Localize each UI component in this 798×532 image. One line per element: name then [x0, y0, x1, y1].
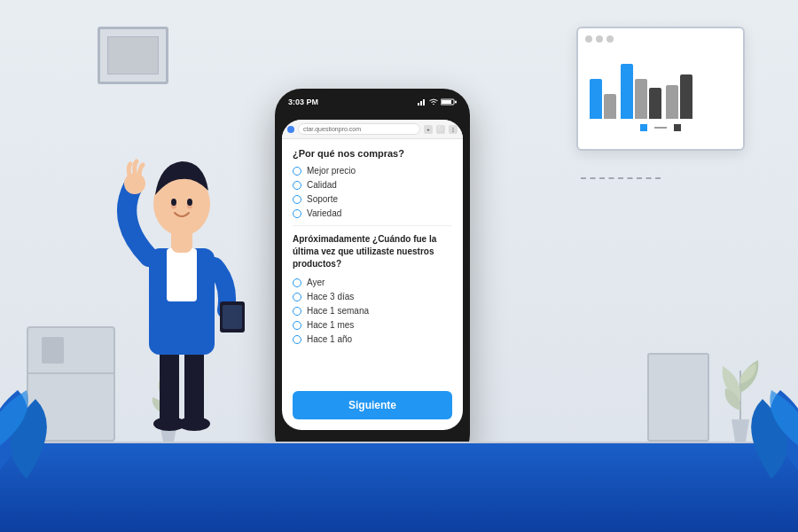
survey-option-2-1[interactable]: Ayer [293, 278, 452, 287]
legend-item-dark [674, 124, 681, 131]
browser-tabs-btn[interactable]: ⬜ [436, 125, 445, 134]
phone-screen: ctar.questionpro.com + ⬜ ⋮ ¿Por qué nos … [282, 120, 463, 430]
survey-option-2-2[interactable]: Hace 3 días [293, 292, 452, 301]
bar-group-2 [621, 64, 661, 119]
legend-line-gray [654, 127, 667, 129]
signal-icon [418, 98, 426, 106]
survey-content: ¿Por qué nos compras? Mejor precio Calid… [282, 139, 463, 427]
cabinet-right [647, 353, 709, 442]
person-figure [89, 106, 266, 443]
option-label-1-1: Mejor precio [307, 166, 356, 176]
option-label-2-1: Ayer [307, 278, 325, 287]
phone-status-bar: 3:03 PM [288, 98, 457, 106]
cabinet-item [42, 337, 64, 364]
leaf-bottom-left [0, 372, 98, 479]
bar-3b [680, 74, 692, 119]
radio-option-1-3[interactable] [293, 195, 301, 204]
chart-titlebar [585, 35, 736, 43]
svg-rect-17 [418, 103, 419, 106]
svg-rect-3 [184, 346, 204, 426]
phone-status-icons [418, 98, 457, 106]
survey-option-2-5[interactable]: Hace 1 año [293, 334, 452, 344]
survey-question-2: Apróximadamente ¿Cuándo fue la última ve… [293, 233, 452, 270]
option-label-2-3: Hace 1 semana [307, 306, 369, 316]
titlebar-dot-2 [596, 35, 603, 43]
battery-icon [441, 98, 457, 106]
radio-option-2-5[interactable] [293, 335, 301, 344]
survey-option-1-4[interactable]: Variedad [293, 208, 452, 218]
svg-rect-7 [167, 248, 197, 301]
option-label-1-3: Soporte [307, 194, 338, 204]
radio-option-2-1[interactable] [293, 278, 301, 287]
radio-option-2-2[interactable] [293, 293, 301, 301]
bar-2b [635, 79, 647, 119]
bar-1b [604, 94, 616, 119]
legend-item-blue [640, 124, 647, 131]
svg-point-5 [178, 417, 210, 431]
legend-item-gray [654, 124, 667, 131]
wall-frame-decoration [98, 27, 168, 84]
option-label-2-2: Hace 3 días [307, 292, 354, 301]
bar-group-3 [666, 74, 692, 119]
browser-add-tab-btn[interactable]: + [424, 125, 433, 134]
leaf-bottom-right [718, 372, 798, 479]
option-label-1-4: Variedad [307, 208, 341, 218]
radio-option-1-1[interactable] [293, 167, 301, 176]
svg-rect-21 [442, 100, 451, 104]
bottom-gradient-bar [0, 443, 798, 532]
svg-rect-2 [160, 346, 179, 426]
svg-point-15 [171, 199, 176, 206]
svg-rect-22 [455, 101, 457, 104]
radio-option-2-3[interactable] [293, 307, 301, 316]
survey-option-1-3[interactable]: Soporte [293, 194, 452, 204]
svg-point-16 [187, 199, 192, 206]
legend-dot-dark [674, 124, 681, 131]
option-label-2-4: Hace 1 mes [307, 320, 354, 330]
survey-option-1-1[interactable]: Mejor precio [293, 166, 452, 176]
wifi-icon [429, 98, 438, 106]
bar-2a [621, 64, 633, 119]
radio-option-2-4[interactable] [293, 321, 301, 330]
titlebar-dot-1 [585, 35, 592, 43]
phone-container: 3:03 PM [275, 89, 470, 461]
svg-rect-19 [423, 99, 425, 106]
phone-body: 3:03 PM [275, 89, 470, 461]
option-label-1-2: Calidad [307, 180, 337, 190]
bar-2c [649, 88, 661, 119]
bar-1a [590, 79, 602, 119]
browser-url-bar[interactable]: ctar.questionpro.com [298, 123, 420, 135]
chart-legend [585, 124, 736, 131]
phone-time: 3:03 PM [288, 98, 318, 106]
svg-rect-18 [420, 101, 422, 106]
legend-dot-blue [640, 124, 647, 131]
survey-divider [293, 225, 452, 226]
chart-window [576, 27, 745, 151]
survey-option-2-4[interactable]: Hace 1 mes [293, 320, 452, 330]
radio-option-1-4[interactable] [293, 209, 301, 218]
bar-3a [666, 85, 678, 119]
browser-lock-icon [287, 126, 294, 133]
survey-option-2-3[interactable]: Hace 1 semana [293, 306, 452, 316]
svg-rect-9 [223, 305, 242, 329]
radio-option-1-2[interactable] [293, 181, 301, 190]
dashed-connector-line [581, 177, 661, 179]
survey-question-1: ¿Por qué nos compras? [293, 148, 452, 159]
browser-bar[interactable]: ctar.questionpro.com + ⬜ ⋮ [282, 120, 463, 139]
bar-group-1 [590, 79, 616, 119]
siguiente-button[interactable]: Siguiente [293, 391, 452, 419]
titlebar-dot-3 [606, 35, 614, 43]
survey-option-1-2[interactable]: Calidad [293, 180, 452, 190]
option-label-2-5: Hace 1 año [307, 334, 352, 344]
chart-area [585, 48, 736, 119]
wall-frame-inner [107, 36, 159, 74]
browser-menu-btn[interactable]: ⋮ [449, 125, 458, 134]
